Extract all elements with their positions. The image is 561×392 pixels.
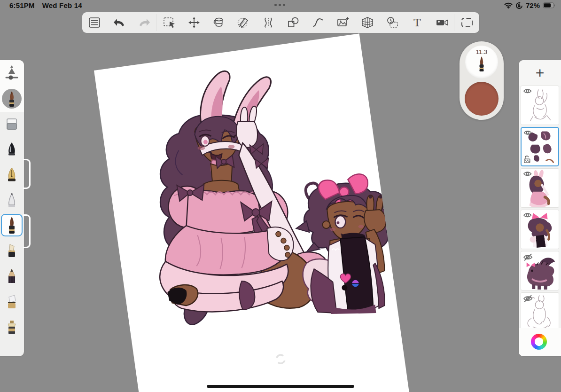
layer5-preview: [521, 251, 559, 290]
liquify-icon: [261, 16, 275, 30]
bunny-girl-figure: [160, 71, 328, 324]
rotation-lock-icon: [515, 2, 523, 9]
record-icon: [435, 16, 449, 30]
perspective-grid-button[interactable]: [355, 12, 380, 33]
curve-icon: [311, 16, 325, 30]
marker-tool-button[interactable]: [1, 240, 22, 261]
shapes-tool-button[interactable]: [281, 12, 306, 33]
brush-settings-icon: [1, 63, 22, 84]
undo-button[interactable]: [107, 12, 132, 33]
gold-nib-pen-button[interactable]: [1, 165, 22, 185]
canvas-frame-icon: [460, 16, 474, 30]
timelapse-icon: [385, 16, 399, 30]
home-indicator[interactable]: [207, 385, 354, 388]
text-tool-icon: T: [410, 16, 424, 30]
redo-icon: [137, 16, 151, 30]
layer-thumbnail-dragon-creature[interactable]: [521, 251, 559, 290]
ruler-tool-button[interactable]: [231, 12, 256, 33]
current-brush-icon: [1, 88, 22, 109]
marker-icon: [1, 240, 22, 261]
canvas-frame-button[interactable]: [454, 12, 479, 33]
layer-visible-eye-icon: [524, 213, 531, 217]
flat-marker-icon: [1, 291, 22, 312]
perspective-grid-icon: [360, 16, 374, 30]
pencil-tool-button[interactable]: [1, 266, 22, 287]
brush-size-control[interactable]: 11.3: [465, 46, 498, 78]
eraser-icon: [1, 114, 22, 134]
layer-thumbnail-hair-color[interactable]: [521, 127, 559, 166]
menu-button[interactable]: [82, 12, 107, 33]
select-icon: [162, 16, 176, 30]
round-brush-icon: [1, 215, 22, 235]
move-tool-button[interactable]: [181, 12, 206, 33]
battery-icon: [543, 2, 555, 8]
layers-panel: +: [519, 60, 561, 356]
status-bar-right: 72%: [504, 1, 555, 9]
fill-bucket-button[interactable]: [206, 12, 231, 33]
add-layer-button[interactable]: +: [519, 60, 561, 86]
layer-thumbnail-short-hair-character[interactable]: [521, 210, 559, 249]
layer-visible-eye-icon: [524, 89, 531, 93]
layer-visible-eye-icon: [524, 172, 531, 175]
pencil-icon: [1, 266, 22, 287]
add-image-icon: [336, 16, 350, 30]
layer-thumbnail-pose-sketch[interactable]: [521, 292, 559, 332]
select-tool-button[interactable]: [156, 12, 181, 33]
brush-panel-handle[interactable]: [23, 214, 31, 248]
record-button[interactable]: [429, 12, 454, 33]
eraser-tool-button[interactable]: [1, 114, 22, 134]
color-wheel-button[interactable]: [531, 334, 547, 350]
multitasking-handle[interactable]: [274, 4, 285, 6]
layer4-preview: [521, 210, 559, 249]
layer-hidden-eye-icon: [524, 295, 532, 302]
layer-thumbnail-sketch-lineart[interactable]: [521, 86, 559, 125]
brush-size-value: 11.3: [465, 48, 498, 55]
clock-date: Wed Feb 14: [42, 1, 82, 9]
canvas-artwork: [94, 33, 413, 392]
layer-visible-eye-icon: [524, 131, 531, 134]
spray-bottle-tool-button[interactable]: [1, 317, 22, 338]
svg-text:T: T: [413, 16, 421, 29]
text-tool-button[interactable]: T: [405, 12, 430, 33]
layer3-preview: [521, 169, 559, 207]
menu-icon: [87, 16, 101, 30]
brush-sidebar: [0, 60, 24, 356]
brush-settings-button[interactable]: [1, 63, 22, 84]
flat-marker-tool-button[interactable]: [1, 291, 22, 312]
short-hair-character-figure: [296, 174, 391, 314]
layer-hidden-eye-icon: [524, 254, 532, 260]
wifi-icon: [504, 2, 513, 8]
layer-thumbnail-bunny-girl-color[interactable]: [521, 168, 559, 208]
spray-bottle-icon: [1, 317, 22, 338]
brush-tip-icon: [475, 55, 488, 74]
gold-nib-pen-icon: [1, 165, 22, 185]
status-bar-left: 6:51PM Wed Feb 14: [9, 1, 82, 9]
move-icon: [187, 16, 201, 30]
brush-size-color-widget: 11.3: [460, 41, 504, 120]
ruler-icon: [236, 16, 250, 30]
airbrush-icon: [1, 190, 22, 211]
fill-bucket-icon: [211, 16, 226, 30]
brush-panel-handle[interactable]: [23, 159, 31, 189]
liquify-tool-button[interactable]: [256, 12, 281, 33]
layer6-preview: [521, 293, 559, 331]
current-color-swatch[interactable]: [465, 82, 499, 116]
curve-tool-button[interactable]: [305, 12, 330, 33]
battery-percent: 72%: [526, 1, 540, 9]
current-brush-button[interactable]: [1, 88, 22, 109]
clock-time: 6:51PM: [9, 1, 35, 9]
undo-icon: [112, 16, 126, 30]
layer1-preview: [521, 86, 559, 125]
timelapse-button[interactable]: [380, 12, 405, 33]
ink-pen-icon: [1, 139, 22, 160]
redo-button[interactable]: [132, 12, 157, 33]
drawing-canvas[interactable]: [94, 33, 413, 392]
airbrush-tool-button[interactable]: [1, 190, 22, 211]
canvas-rotate-reset-icon: [275, 353, 286, 364]
alpha-lock-icon: [524, 156, 530, 163]
add-image-button[interactable]: [330, 12, 355, 33]
ink-pen-tool-button[interactable]: [1, 139, 22, 160]
shapes-icon: [286, 16, 300, 30]
round-brush-button-selected[interactable]: [1, 215, 22, 235]
top-toolbar: T: [82, 12, 479, 33]
